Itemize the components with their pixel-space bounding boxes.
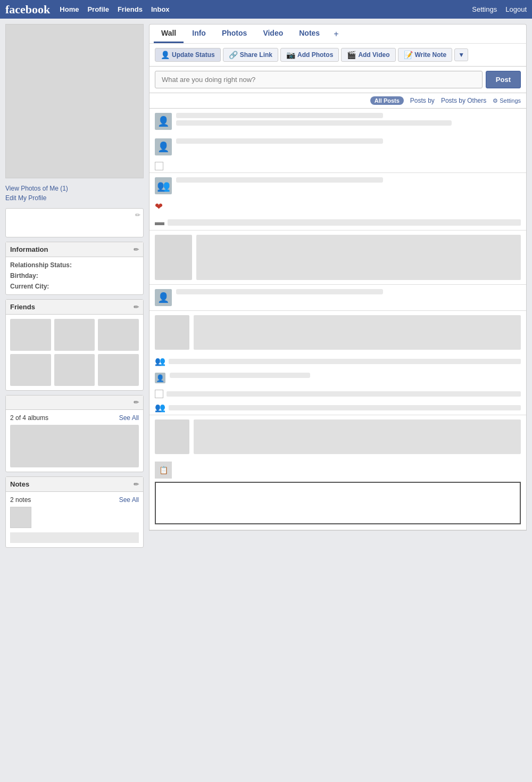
feed-section-1: 👤 👤	[149, 109, 526, 173]
feed-content-5	[170, 373, 521, 380]
notes-edit-icon[interactable]: ✏	[134, 481, 139, 488]
posts-by-filter[interactable]: Posts by	[410, 97, 435, 104]
update-status-label: Update Status	[172, 51, 215, 59]
add-photos-label: Add Photos	[297, 51, 333, 59]
note-box-icon: 📋	[159, 466, 168, 474]
feed-checkbox-2[interactable]	[155, 390, 163, 398]
right-column: Wall Info Photos Video Notes + 👤 Update …	[149, 24, 527, 548]
feed-group-icon-row-2: 👥	[149, 400, 526, 415]
note-icon-box: 📋	[155, 462, 172, 479]
filter-settings[interactable]: ⚙ Settings	[493, 97, 521, 104]
nav-profile[interactable]: Profile	[87, 5, 109, 13]
nav-friends[interactable]: Friends	[118, 5, 143, 13]
tab-photos[interactable]: Photos	[214, 24, 254, 43]
friend-thumb-3[interactable]	[98, 319, 139, 351]
nav-settings[interactable]: Settings	[472, 5, 497, 13]
tabs-bar: Wall Info Photos Video Notes +	[149, 24, 527, 43]
feed-item-4: 👤	[149, 285, 526, 310]
notes-header-sidebar: Notes ✏	[6, 477, 143, 492]
tab-info[interactable]: Info	[185, 24, 213, 43]
friend-thumb-4[interactable]	[10, 354, 51, 386]
share-link-button[interactable]: 🔗 Share Link	[223, 48, 278, 62]
note-header: 📋	[155, 462, 521, 479]
media-thumbnail-2[interactable]	[155, 315, 189, 350]
friend-thumb-6[interactable]	[98, 354, 139, 386]
video-icon: 🎬	[347, 51, 356, 59]
friends-section: Friends ✏	[5, 299, 144, 391]
albums-see-all[interactable]: See All	[119, 414, 139, 422]
view-photos-link[interactable]: View Photos of Me (1)	[5, 185, 144, 192]
feed-section-4: 👤	[149, 285, 526, 311]
bio-box: ✏	[5, 208, 144, 237]
tab-wall[interactable]: Wall	[154, 24, 184, 43]
feed-section-2: 👥 ❤ ▬	[149, 173, 526, 231]
nav-links: Home Profile Friends Inbox	[60, 5, 169, 13]
information-edit-icon[interactable]: ✏	[134, 246, 139, 253]
left-column: View Photos of Me (1) Edit My Profile ✏ …	[5, 24, 144, 548]
friend-thumb-5[interactable]	[54, 354, 95, 386]
posts-by-others-filter[interactable]: Posts by Others	[441, 97, 486, 104]
notes-count: 2 notes	[10, 496, 31, 504]
profile-links: View Photos of Me (1) Edit My Profile	[5, 183, 144, 204]
notes-content: 2 notes See All	[6, 492, 143, 547]
post-input[interactable]	[155, 71, 483, 88]
relationship-status-label: Relationship Status:	[10, 261, 72, 269]
albums-edit-icon[interactable]: ✏	[134, 399, 139, 406]
feed-line	[176, 113, 383, 118]
facebook-logo: facebook	[5, 3, 50, 17]
current-city-label: Current City:	[10, 283, 49, 290]
write-note-button[interactable]: 📝 Write Note	[398, 48, 453, 62]
note-thumbnail[interactable]	[10, 507, 31, 528]
friend-thumb-2[interactable]	[54, 319, 95, 351]
albums-header: ✏	[6, 396, 143, 410]
feed-film-row: ▬	[149, 215, 526, 230]
feed-media-item-2	[149, 311, 526, 354]
friend-thumb-1[interactable]	[10, 319, 51, 351]
friends-grid	[6, 315, 143, 390]
add-photos-button[interactable]: 📷 Add Photos	[280, 48, 339, 62]
feed-avatar-1: 👤	[155, 113, 172, 130]
feed-item-5: 👤	[149, 368, 526, 388]
tab-video[interactable]: Video	[255, 24, 290, 43]
top-navigation: facebook Home Profile Friends Inbox Sett…	[0, 0, 532, 19]
nav-home[interactable]: Home	[60, 5, 79, 13]
media-content-2	[194, 315, 521, 350]
feed: 👤 👤	[149, 109, 527, 531]
albums-content: 2 of 4 albums See All	[6, 410, 143, 472]
edit-profile-link[interactable]: Edit My Profile	[5, 194, 144, 202]
notes-see-all[interactable]: See All	[119, 496, 139, 504]
group-icon-2: 👥	[155, 402, 165, 413]
tab-add[interactable]: +	[328, 25, 344, 43]
notes-section-sidebar: Notes ✏ 2 notes See All	[5, 476, 144, 548]
feed-avatar-5: 👤	[155, 373, 165, 383]
add-video-button[interactable]: 🎬 Add Video	[341, 48, 395, 62]
feed-item-checkbox	[149, 160, 526, 172]
feed-group-icon-row: 👥	[149, 354, 526, 368]
notes-title-sidebar: Notes	[10, 480, 29, 488]
nav-logout[interactable]: Logout	[505, 5, 527, 13]
bio-edit-icon[interactable]: ✏	[135, 211, 140, 219]
media-thumbnail-1[interactable]	[155, 235, 192, 280]
tab-notes[interactable]: Notes	[292, 24, 327, 43]
feed-content-4	[176, 289, 521, 297]
feed-avatar-2: 👤	[155, 138, 172, 155]
action-bar: 👤 Update Status 🔗 Share Link 📷 Add Photo…	[149, 43, 527, 67]
note-textarea-box[interactable]	[155, 482, 521, 524]
information-header: Information ✏	[6, 242, 143, 257]
post-button[interactable]: Post	[486, 71, 521, 88]
media-thumbnail-3[interactable]	[155, 419, 189, 454]
nav-right: Settings Logout	[472, 5, 527, 13]
feed-checkbox[interactable]	[155, 162, 163, 170]
feed-media-item-1	[149, 231, 526, 284]
all-posts-filter[interactable]: All Posts	[370, 96, 404, 105]
album-thumbnail[interactable]	[10, 425, 139, 467]
notes-footer	[10, 532, 139, 543]
actions-dropdown[interactable]: ▼	[454, 48, 468, 61]
friends-edit-icon[interactable]: ✏	[134, 303, 139, 311]
nav-inbox[interactable]: Inbox	[151, 5, 170, 13]
post-box: Post	[149, 67, 527, 93]
film-icon: ▬	[155, 217, 164, 228]
update-status-button[interactable]: 👤 Update Status	[155, 48, 221, 62]
birthday-label: Birthday:	[10, 272, 38, 279]
current-city-row: Current City:	[10, 283, 139, 290]
